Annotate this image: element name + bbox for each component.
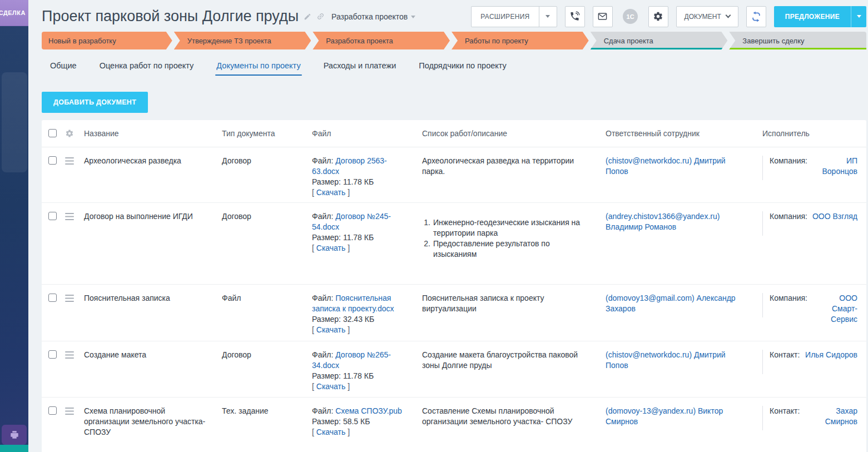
extensions-button[interactable]: РАСШИРЕНИЯ <box>472 13 538 21</box>
automation-button[interactable] <box>746 6 766 27</box>
doc-name: Пояснительная записка <box>84 293 222 304</box>
file-prefix: Файл: <box>312 212 333 221</box>
table-row: Археологическая разведка Договор Файл: Д… <box>42 147 866 203</box>
doc-type: Тех. задание <box>222 406 312 416</box>
executor-link[interactable]: Захар Смирнов <box>804 406 857 430</box>
download-link[interactable]: Скачать <box>316 244 346 252</box>
column-header-file[interactable]: Файл <box>312 129 422 138</box>
executor-cell: Компания: ИП Воронцов <box>762 156 860 180</box>
stage-development[interactable]: Разработка проекта <box>313 32 450 49</box>
list-text: Инженерно-геодезические изыскания на тер… <box>433 217 593 239</box>
deal-stage-bar: Новый в разработку Утверждение ТЗ проект… <box>42 32 866 49</box>
left-sidebar: СДЕЛКА <box>0 0 28 452</box>
stage-new[interactable]: Новый в разработку <box>42 32 172 49</box>
responsible-link[interactable]: (domovoy13@gmail.com) Александр Захаров <box>606 293 762 314</box>
drag-handle-icon[interactable] <box>65 295 84 302</box>
one-c-button[interactable]: 1С <box>621 6 641 27</box>
file-size: Размер: 11.78 КБ <box>312 232 410 243</box>
file-prefix: Файл: <box>312 156 333 165</box>
phone-icon <box>569 11 580 22</box>
file-link[interactable]: Схема СПОЗУ.pub <box>335 406 402 415</box>
responsible-link[interactable]: (domovoy-13@yandex.ru) Виктор Смирнов <box>606 406 762 427</box>
column-divider <box>762 211 763 236</box>
column-header-type[interactable]: Тип документа <box>222 129 312 138</box>
table-row: Договор на выполнение ИГДИ Договор Файл:… <box>42 203 866 285</box>
deal-category-dropdown[interactable]: Разработка проектов <box>331 12 415 21</box>
drag-handle-icon[interactable] <box>65 157 84 165</box>
list-number: 1. <box>422 217 433 239</box>
extensions-dropdown-toggle[interactable] <box>539 7 557 27</box>
doc-name: Создание макета <box>84 350 222 360</box>
sidebar-tab-label: СДЕЛКА <box>0 9 26 16</box>
drag-handle-icon[interactable] <box>65 213 84 220</box>
one-c-icon: 1С <box>623 9 638 24</box>
tab-work-estimate[interactable]: Оценка работ по проекту <box>100 61 194 76</box>
document-dropdown-button[interactable]: ДОКУМЕНТ <box>676 6 738 27</box>
bracket: ] <box>348 244 350 252</box>
stage-tz-approval[interactable]: Утверждение ТЗ проекта <box>174 32 311 49</box>
stage-close-deal[interactable]: Завершить сделку <box>729 32 866 49</box>
executor-link[interactable]: ООО Взгляд <box>812 211 857 236</box>
detail-tabs: Общие Оценка работ по проекту Документы … <box>42 61 866 78</box>
executor-label: Контакт: <box>770 406 800 430</box>
proposal-dropdown-toggle[interactable] <box>851 6 866 27</box>
stage-delivery[interactable]: Сдача проекта <box>591 32 728 49</box>
copy-link-icon[interactable] <box>315 11 326 22</box>
doc-description: Пояснительная записка к проекту виртуали… <box>422 293 606 314</box>
download-link[interactable]: Скачать <box>316 325 346 334</box>
chevron-down-icon <box>411 16 415 18</box>
drag-handle-icon[interactable] <box>65 351 84 359</box>
email-button[interactable] <box>593 6 613 27</box>
executor-link[interactable]: ООО Смарт-Сервис <box>812 293 857 325</box>
download-link[interactable]: Скачать <box>316 382 346 391</box>
executor-link[interactable]: Илья Сидоров <box>804 350 857 374</box>
tab-expenses[interactable]: Расходы и платежи <box>324 61 396 76</box>
row-checkbox[interactable] <box>48 156 57 165</box>
add-document-button[interactable]: ДОБАВИТЬ ДОКУМЕНТ <box>42 92 148 113</box>
responsible-link[interactable]: (andrey.chistov1366@yandex.ru) Владимир … <box>606 211 762 232</box>
drag-handle-icon[interactable] <box>65 408 84 415</box>
settings-button[interactable] <box>648 6 668 27</box>
print-button[interactable] <box>2 425 27 445</box>
sidebar-collapsed-panel <box>2 72 27 172</box>
bracket: [ <box>312 382 314 391</box>
description-list-item: 1. Инженерно-геодезические изыскания на … <box>422 217 593 239</box>
responsible-link[interactable]: (chistov@networkdoc.ru) Дмитрий Попов <box>606 350 762 371</box>
executor-cell: Контакт: Илья Сидоров <box>762 350 860 374</box>
doc-type: Договор <box>222 156 312 166</box>
column-header-executor[interactable]: Исполнитель <box>762 129 860 138</box>
tab-project-documents[interactable]: Документы по проекту <box>216 61 300 76</box>
row-checkbox[interactable] <box>48 406 57 415</box>
sidebar-tab-deal[interactable]: СДЕЛКА <box>0 0 28 26</box>
doc-type: Договор <box>222 350 312 360</box>
grid-settings-button[interactable] <box>65 129 84 138</box>
row-checkbox[interactable] <box>48 294 57 302</box>
edit-title-icon[interactable] <box>304 13 311 21</box>
doc-description: Археологическая разведка на территории п… <box>422 156 606 177</box>
file-prefix: Файл: <box>312 294 333 302</box>
tab-contractors[interactable]: Подрядчики по проекту <box>419 61 507 76</box>
column-header-name[interactable]: Название <box>84 129 222 138</box>
column-header-description[interactable]: Список работ/описание <box>422 129 606 138</box>
doc-file: Файл: Договор №245-54.docx Размер: 11.78… <box>312 211 422 254</box>
gear-icon <box>65 129 74 138</box>
toolbar: РАСШИРЕНИЯ <box>471 6 866 27</box>
doc-description: Составление Схемы планировочной организа… <box>422 406 606 427</box>
responsible-link[interactable]: (chistov@networkdoc.ru) Дмитрий Попов <box>606 156 762 177</box>
deal-category-label: Разработка проектов <box>331 12 408 21</box>
stage-label: Утверждение ТЗ проекта <box>187 37 271 45</box>
chevron-down-icon <box>725 13 731 18</box>
executor-link[interactable]: ИП Воронцов <box>812 156 857 180</box>
download-link[interactable]: Скачать <box>316 188 346 197</box>
download-link[interactable]: Скачать <box>316 428 346 436</box>
column-header-responsible[interactable]: Ответственный сотрудник <box>606 129 762 138</box>
call-button[interactable] <box>565 6 585 27</box>
doc-file: Файл: Схема СПОЗУ.pub Размер: 58.5 КБ [ … <box>312 406 422 438</box>
stage-works[interactable]: Работы по проекту <box>452 32 589 49</box>
row-checkbox[interactable] <box>48 212 57 220</box>
tab-general[interactable]: Общие <box>50 61 77 76</box>
select-all-checkbox[interactable] <box>48 129 57 137</box>
proposal-button[interactable]: ПРЕДЛОЖЕНИЕ <box>774 13 851 21</box>
row-checkbox[interactable] <box>48 350 57 359</box>
sidebar-bottom-accent <box>0 445 28 452</box>
